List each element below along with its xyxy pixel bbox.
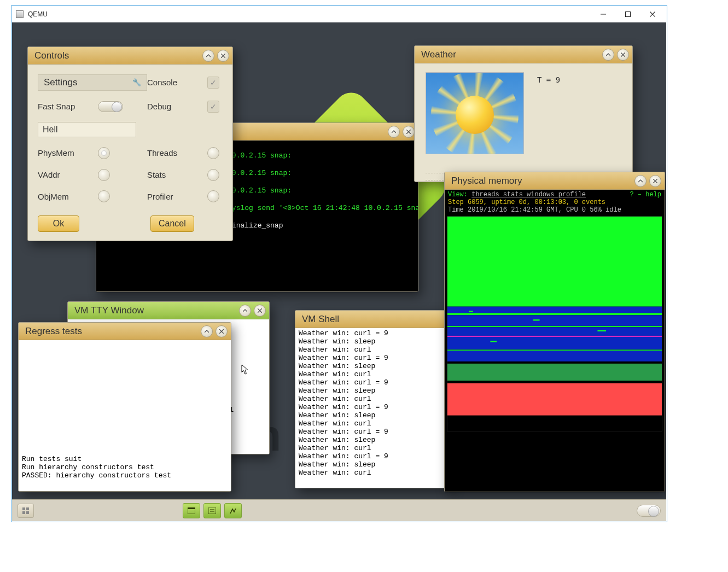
stats-radio[interactable] (207, 169, 219, 181)
vaddr-label: VAddr (38, 170, 98, 179)
physmem-view-label: View: (448, 191, 471, 199)
controls-titlebar[interactable]: Controls (28, 47, 232, 65)
svg-rect-3 (447, 313, 662, 315)
svg-rect-17 (533, 319, 540, 320)
minimize-icon[interactable] (201, 325, 213, 337)
text-input-value: Hell (43, 125, 58, 135)
vmshell-output: Weather win: curl = 9 Weather win: sleep… (295, 328, 450, 488)
tty-titlebar[interactable]: VM TTY Window (68, 302, 269, 319)
wrench-icon: 🔧 (132, 78, 141, 86)
taskbar-item-3[interactable] (224, 503, 242, 518)
svg-rect-13 (447, 381, 662, 383)
svg-rect-8 (447, 337, 662, 350)
os-titlebar[interactable]: QEMU (11, 6, 667, 22)
regress-window[interactable]: Regress tests Run tests suit Run hierarc… (18, 322, 231, 492)
taskbar-toggle[interactable] (637, 505, 661, 517)
close-button[interactable] (640, 7, 665, 22)
close-icon[interactable] (217, 50, 229, 62)
profiler-label: Profiler (147, 192, 207, 201)
fastsnap-toggle[interactable] (98, 101, 123, 112)
physmem-label: PhysMem (38, 148, 98, 157)
regress-title: Regress tests (25, 326, 198, 337)
svg-rect-11 (447, 361, 662, 364)
physmem-body: View: threads stats windows profile? – h… (445, 190, 665, 492)
text-input[interactable]: Hell (38, 122, 136, 137)
maximize-button[interactable] (615, 7, 640, 22)
vmshell-titlebar[interactable]: VM Shell (295, 311, 450, 328)
svg-rect-0 (625, 12, 630, 17)
svg-rect-16 (469, 311, 473, 312)
svg-rect-1 (447, 217, 662, 307)
regress-titlebar[interactable]: Regress tests (19, 323, 231, 340)
close-icon[interactable] (403, 126, 415, 138)
physmem-visualization (447, 216, 662, 431)
objmem-radio[interactable] (98, 190, 110, 202)
minimize-icon[interactable] (202, 50, 214, 62)
physmem-titlebar[interactable]: Physical memory (445, 172, 665, 190)
minimize-icon[interactable] (634, 175, 647, 187)
svg-rect-12 (447, 364, 662, 381)
physmem-help[interactable]: ? – help (630, 191, 661, 199)
weather-body: T = 9 (415, 63, 632, 182)
svg-rect-23 (26, 511, 29, 514)
weather-window[interactable]: Weather T = 9 (414, 45, 633, 182)
console-checkbox[interactable]: ✓ (207, 77, 219, 89)
threads-radio[interactable] (207, 147, 219, 159)
taskbar-item-1[interactable] (183, 503, 200, 518)
svg-rect-26 (208, 507, 216, 514)
minimize-icon[interactable] (388, 126, 400, 138)
physmem-status-step: Step 6059, uptime 0d, 00:13:03, 0 events (448, 199, 661, 206)
controls-body: Settings 🔧 Console ✓ Fast Snap Debug ✓ H… (28, 65, 232, 241)
regress-output: Run tests suit Run hierarchy constructor… (19, 340, 231, 491)
svg-rect-10 (447, 351, 662, 361)
debug-checkbox[interactable]: ✓ (207, 101, 219, 113)
svg-rect-18 (597, 330, 606, 331)
svg-rect-5 (447, 326, 662, 327)
debug-label: Debug (147, 102, 207, 111)
weather-titlebar[interactable]: Weather (415, 46, 632, 63)
weather-image (426, 72, 524, 154)
svg-rect-9 (447, 349, 662, 351)
vaddr-radio[interactable] (98, 169, 110, 181)
start-button[interactable] (18, 504, 34, 518)
settings-button[interactable]: Settings 🔧 (38, 74, 147, 91)
sun-icon (456, 96, 494, 134)
taskbar-item-2[interactable] (203, 503, 221, 518)
vmshell-window[interactable]: VM Shell Weather win: curl = 9 Weather w… (295, 310, 451, 488)
minimize-icon[interactable] (602, 49, 614, 61)
minimize-button[interactable] (591, 7, 615, 22)
svg-rect-25 (188, 507, 195, 509)
settings-label: Settings (44, 77, 77, 88)
taskbar[interactable] (12, 499, 666, 521)
weather-temp: T = 9 (537, 75, 560, 84)
minimize-icon[interactable] (239, 305, 251, 317)
weather-title: Weather (421, 49, 599, 60)
physmem-window[interactable]: Physical memory View: threads stats wind… (444, 172, 665, 492)
svg-rect-14 (447, 383, 662, 416)
svg-rect-22 (22, 511, 25, 514)
desktop[interactable]: Ph stoppedslog send '<0>Oct 16 21:42:48 … (12, 22, 666, 521)
svg-rect-20 (22, 507, 25, 510)
svg-rect-19 (490, 341, 497, 342)
close-icon[interactable] (254, 305, 266, 317)
close-icon[interactable] (617, 49, 629, 61)
physmem-view-items[interactable]: threads stats windows profile (471, 191, 586, 199)
fastsnap-label: Fast Snap (38, 102, 98, 111)
svg-rect-21 (26, 507, 29, 510)
physmem-title: Physical memory (451, 176, 632, 186)
svg-rect-2 (447, 307, 662, 313)
close-icon[interactable] (649, 175, 661, 187)
svg-rect-4 (447, 315, 662, 326)
profiler-radio[interactable] (207, 190, 219, 202)
ok-button[interactable]: Ok (38, 215, 79, 232)
stats-label: Stats (147, 170, 207, 179)
cancel-button[interactable]: Cancel (150, 215, 194, 232)
svg-rect-7 (447, 336, 662, 337)
close-icon[interactable] (216, 325, 228, 337)
vmshell-title: VM Shell (302, 314, 447, 325)
tty-title: VM TTY Window (74, 305, 236, 316)
physmem-radio[interactable] (98, 147, 110, 159)
svg-rect-6 (447, 327, 662, 336)
controls-window[interactable]: Controls Settings 🔧 Console ✓ Fast Snap … (27, 46, 233, 241)
objmem-label: ObjMem (38, 192, 98, 201)
